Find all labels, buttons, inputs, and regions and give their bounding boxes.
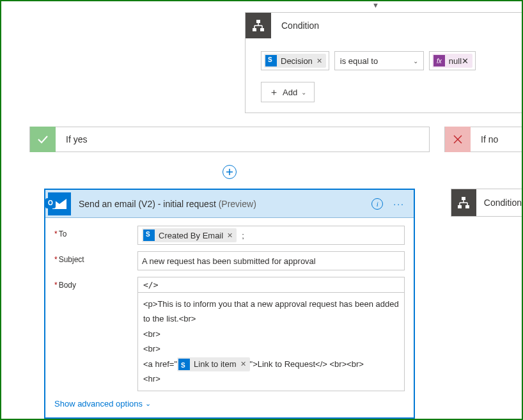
remove-token-icon[interactable]: ✕ [462, 56, 469, 66]
token-created-by-email[interactable]: Created By Email ✕ [142, 228, 237, 242]
token-label: Decision [281, 56, 313, 66]
subject-label: *Subject [54, 251, 137, 270]
sharepoint-icon [265, 55, 277, 66]
body-line: <hr> [143, 371, 399, 386]
chevron-down-icon: ⌄ [145, 400, 151, 408]
remove-token-icon[interactable]: ✕ [240, 358, 246, 371]
if-yes-label: If yes [56, 134, 87, 144]
body-line: <a href=" Link to item ✕ ">Link to Reque… [143, 357, 399, 372]
condition-operator-dropdown[interactable]: is equal to ⌄ [334, 51, 424, 70]
body-content[interactable]: <p>This is to inform you that a new appr… [138, 293, 404, 391]
body-label: *Body [54, 277, 137, 391]
info-icon[interactable]: i [371, 198, 383, 210]
token-label: Link to item [194, 357, 236, 371]
operator-label: is equal to [340, 56, 378, 66]
remove-token-icon[interactable]: ✕ [227, 231, 233, 240]
condition-left-operand[interactable]: Decision ✕ [261, 51, 329, 70]
separator: ; [242, 231, 244, 240]
body-line: <p>This is to inform you that a new appr… [143, 297, 399, 327]
if-no-branch[interactable]: If no [444, 127, 522, 152]
close-icon [445, 127, 471, 152]
chevron-down-icon: ⌄ [413, 58, 418, 65]
fx-label: null [449, 56, 462, 66]
show-advanced-options-link[interactable]: Show advanced options ⌄ [54, 398, 151, 408]
svg-rect-17 [465, 205, 469, 208]
svg-rect-6 [260, 28, 264, 31]
token-label: Created By Email [159, 231, 223, 240]
canvas: ▼ Condition Decision ✕ is equal to ⌄ [0, 0, 523, 420]
to-label: *To [54, 226, 137, 245]
svg-rect-0 [256, 20, 260, 23]
subject-field[interactable]: A new request has been submitted for app… [137, 251, 405, 270]
outlook-icon: O [48, 192, 71, 215]
svg-rect-16 [458, 205, 462, 208]
if-yes-branch[interactable]: If yes [29, 127, 430, 152]
body-line: <br> [143, 327, 399, 341]
sharepoint-icon [178, 359, 190, 370]
remove-token-icon[interactable]: ✕ [316, 57, 322, 65]
plus-icon: ＋ [269, 86, 279, 98]
condition-icon [246, 13, 271, 38]
email-header[interactable]: O Send an email (V2) - initial request (… [45, 190, 414, 218]
code-view-toggle[interactable]: </> [138, 277, 404, 293]
token-link-to-item[interactable]: Link to item ✕ [177, 357, 249, 371]
add-step-button[interactable] [222, 165, 237, 179]
add-label: Add [283, 88, 297, 97]
condition-right-operand[interactable]: fx null ✕ [429, 51, 476, 70]
sharepoint-icon [143, 229, 155, 241]
chevron-down-icon: ⌄ [301, 89, 306, 96]
subject-value: A new request has been submitted for app… [142, 256, 316, 266]
token-decision[interactable]: Decision ✕ [264, 54, 326, 68]
add-condition-button[interactable]: ＋ Add ⌄ [261, 82, 315, 102]
condition-icon [451, 189, 476, 216]
if-no-label: If no [471, 134, 498, 144]
token-fx-null[interactable]: fx null ✕ [432, 54, 472, 68]
condition-header[interactable]: Condition [246, 13, 522, 38]
chevron-down-icon: ▼ [372, 1, 379, 9]
more-menu-icon[interactable]: ··· [393, 199, 405, 209]
fx-icon: fx [433, 55, 445, 66]
condition-expression-row: Decision ✕ is equal to ⌄ fx null ✕ [246, 38, 522, 82]
svg-rect-11 [462, 197, 465, 200]
body-field[interactable]: </> <p>This is to inform you that a new … [137, 277, 405, 391]
email-action-title: Send an email (V2) - initial request (Pr… [79, 199, 371, 209]
send-email-action-card: O Send an email (V2) - initial request (… [44, 189, 415, 419]
condition-card-2[interactable]: Condition [451, 189, 522, 217]
checkmark-icon [30, 127, 56, 152]
condition-title: Condition [271, 20, 319, 31]
condition2-title: Condition [476, 198, 522, 208]
body-line: <br> [143, 341, 399, 356]
condition-card: Condition Decision ✕ is equal to ⌄ fx nu… [245, 12, 523, 113]
svg-rect-5 [253, 28, 256, 31]
to-field[interactable]: Created By Email ✕ ; [137, 226, 405, 245]
